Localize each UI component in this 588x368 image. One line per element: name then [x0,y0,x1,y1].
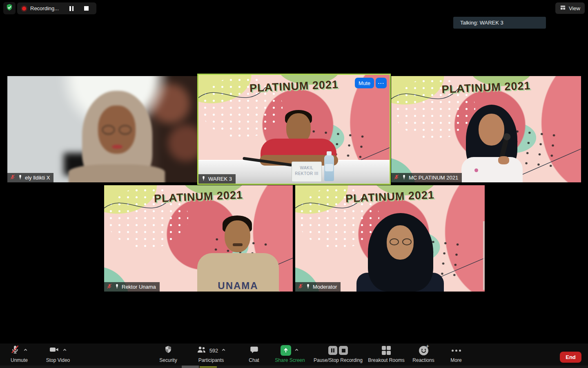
chevron-up-icon[interactable] [62,347,67,354]
pause-icon [69,6,74,11]
meeting-toolbar: Unmute Stop Video Security 592 [0,343,588,366]
video-tile-ely-lldikti[interactable]: ely lldikti X [7,76,197,182]
video-tile-rektor[interactable]: PLATINUM 2021 UNAMA Rektor Unama [104,185,293,292]
security-button[interactable]: Security [152,345,185,363]
participant-name: Rektor Unama [122,284,156,290]
pause-stop-recording-button[interactable]: Pause/Stop Recording [311,345,365,363]
participants-count: 592 [209,348,218,354]
participant-name: Moderator [313,284,337,290]
participant-name-tag: Rektor Unama [104,282,160,292]
security-shield-icon [164,345,173,356]
end-meeting-button[interactable]: End [560,352,581,363]
pin-icon [114,284,120,290]
more-dots-icon [452,350,461,352]
taskbar-edge [0,366,588,368]
breakout-rooms-button[interactable]: Breakout Rooms [367,345,405,363]
view-label: View [569,5,580,11]
unmute-button[interactable]: Unmute [2,345,36,363]
participants-icon [196,345,207,356]
participant-name: MC PLATINUM 2021 [409,175,458,181]
pin-icon [401,175,407,181]
tile-more-options-button[interactable]: ··· [376,78,387,88]
view-button[interactable]: View [555,2,585,14]
water-bottle [324,155,334,181]
participant-ely [7,76,197,182]
shield-check-icon [5,3,13,13]
pause-recording-icon[interactable] [328,346,337,355]
muted-mic-icon [107,283,112,290]
chevron-up-icon[interactable] [294,347,299,354]
recording-label: Recording... [30,5,59,11]
participant-name-tag: Moderator [295,282,341,292]
video-tile-warek3[interactable]: PLATINUM 2021 UNAMA WAKIL REKTOR III Mut… [197,74,391,185]
video-edge-artifact [483,221,485,290]
reactions-button[interactable]: + Reactions [408,345,439,363]
participant-name: ely lldikti X [25,175,50,181]
video-camera-icon [49,345,59,356]
recording-dot-icon [22,7,26,11]
shirt-text: UNAMA [218,280,258,292]
stop-recording-icon[interactable] [339,346,348,355]
video-tile-mc[interactable]: PLATINUM 2021 MC PLATINUM 2021 [391,76,581,182]
pin-icon [305,284,311,290]
plus-icon: + [426,343,429,349]
breakout-rooms-icon [382,346,391,355]
muted-mic-icon [10,345,20,356]
desk-nameplate: WAKIL REKTOR III [292,162,322,182]
stop-icon [84,6,89,11]
participant-name-tag: MC PLATINUM 2021 [391,173,462,182]
chat-bubble-icon [249,345,259,356]
chevron-up-icon[interactable] [221,347,226,354]
share-screen-button[interactable]: Share Screen [265,345,314,363]
participant-name: WAREK 3 [208,176,232,182]
pin-icon [201,176,206,182]
video-tile-moderator[interactable]: PLATINUM 2021 Moderator [295,185,485,292]
participant-name-tag: ely lldikti X [7,173,53,182]
pin-icon [18,175,23,181]
view-grid-icon [560,4,566,12]
muted-mic-icon [10,174,16,181]
participant-name-tag: WAREK 3 [198,174,236,184]
pause-recording-button[interactable] [66,4,77,13]
muted-mic-icon [298,283,303,290]
share-screen-icon [281,345,291,356]
meeting-info-shield-button[interactable] [3,2,16,14]
mute-participant-button[interactable]: Mute [355,78,374,88]
recording-indicator: Recording... [17,2,96,14]
chevron-up-icon[interactable] [23,347,28,354]
participants-button[interactable]: 592 Participants [186,345,236,363]
taskbar-segment [200,366,217,368]
chat-button[interactable]: Chat [243,345,265,363]
muted-mic-icon [394,174,399,181]
taskbar-segment [182,366,199,368]
more-button[interactable]: More [445,345,467,363]
stop-recording-button[interactable] [81,4,91,13]
stop-video-button[interactable]: Stop Video [38,345,78,363]
talking-indicator: Talking: WAREK 3 [453,17,546,29]
